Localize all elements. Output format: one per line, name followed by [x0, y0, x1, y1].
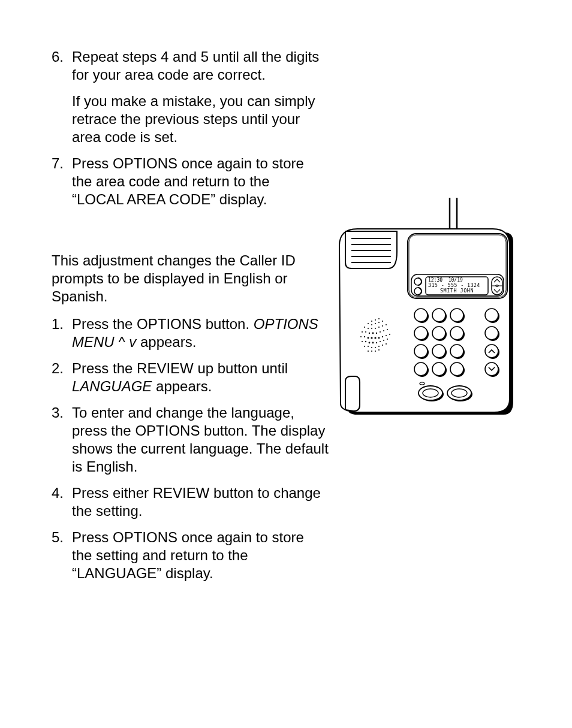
text: Press either REVIEW button to change the…: [72, 485, 321, 519]
svg-point-44: [362, 341, 363, 342]
svg-point-60: [371, 351, 372, 352]
svg-point-69: [416, 328, 429, 341]
text: Press the REVIEW up button until: [72, 360, 288, 376]
led-icon: [420, 382, 425, 385]
svg-point-19: [382, 321, 383, 322]
svg-point-24: [378, 327, 380, 328]
svg-point-35: [360, 336, 362, 337]
item-body: Repeat steps 4 and 5 until all the digit…: [72, 48, 324, 155]
svg-point-14: [378, 318, 380, 319]
svg-point-42: [386, 335, 387, 336]
svg-point-84: [432, 363, 445, 376]
svg-point-43: [389, 334, 390, 335]
svg-point-25: [382, 325, 383, 327]
svg-point-92: [485, 345, 498, 358]
svg-point-86: [450, 363, 463, 376]
svg-point-78: [432, 345, 445, 358]
list-item: 7. Press OPTIONS once again to store the…: [52, 155, 324, 217]
svg-point-98: [448, 387, 472, 401]
svg-point-52: [364, 346, 365, 347]
display-lower-bezel: [411, 274, 504, 296]
area-code-continued-list: 6. Repeat steps 4 and 5 until all the di…: [52, 48, 324, 217]
keypad-icon: [414, 309, 465, 377]
item-number: 4.: [52, 484, 72, 520]
svg-point-95: [420, 387, 444, 401]
svg-point-73: [451, 328, 465, 341]
svg-point-76: [414, 345, 428, 358]
list-item: 3. To enter and change the language, pre…: [52, 404, 331, 476]
svg-point-11: [496, 285, 499, 287]
svg-point-65: [433, 310, 447, 323]
svg-point-37: [368, 337, 369, 339]
text-column: 6. Repeat steps 4 and 5 until all the di…: [52, 48, 324, 582]
item-body: Press the REVIEW up button until LANGUAG…: [72, 360, 324, 395]
phone-body: [339, 229, 510, 412]
side-buttons: [485, 309, 499, 377]
svg-point-29: [369, 333, 370, 334]
svg-point-56: [378, 346, 380, 347]
svg-point-100: [451, 389, 467, 397]
handset-cradle-bottom: [345, 376, 360, 411]
earpiece-lines-icon: [351, 238, 391, 262]
svg-point-12: [371, 321, 372, 322]
bottom-ovals: [419, 386, 472, 401]
antenna-icon: [450, 198, 457, 231]
speaker-grille-icon: [360, 318, 390, 352]
svg-point-55: [375, 347, 376, 348]
page: 6. Repeat steps 4 and 5 until all the di…: [0, 0, 572, 728]
handset-cradle-top: [345, 231, 397, 268]
emphasis: LANGUAGE: [72, 378, 152, 394]
svg-point-80: [450, 345, 463, 358]
display-bezel: [409, 235, 506, 297]
text: appears.: [152, 378, 212, 394]
svg-point-50: [383, 340, 384, 341]
item-number: 7.: [52, 155, 72, 217]
svg-point-53: [368, 346, 369, 347]
svg-point-36: [364, 336, 365, 337]
svg-point-51: [387, 339, 388, 340]
svg-point-49: [380, 341, 381, 342]
text: appears.: [136, 334, 196, 350]
svg-point-26: [386, 324, 387, 325]
svg-point-70: [414, 327, 428, 340]
svg-point-71: [433, 328, 447, 341]
svg-point-28: [365, 331, 366, 333]
svg-point-77: [433, 346, 447, 359]
svg-point-74: [450, 327, 463, 340]
svg-point-27: [362, 331, 363, 333]
svg-point-93: [486, 364, 499, 377]
item-body: Press either REVIEW button to change the…: [72, 484, 324, 520]
svg-point-72: [432, 327, 445, 340]
svg-point-68: [450, 309, 463, 322]
svg-point-47: [372, 342, 374, 344]
svg-point-54: [371, 347, 372, 348]
svg-point-97: [423, 389, 438, 397]
text: Press the OPTIONS button.: [72, 316, 254, 332]
item-number: 1.: [52, 315, 72, 351]
svg-point-99: [447, 386, 471, 400]
svg-point-23: [375, 328, 376, 329]
svg-point-13: [375, 319, 376, 321]
svg-point-59: [368, 351, 369, 352]
list-item: 2. Press the REVIEW up button until LANG…: [52, 360, 324, 395]
svg-point-8: [414, 288, 422, 295]
item-number: 6.: [52, 48, 72, 155]
lcd-line1: 12:30 10/19: [428, 277, 463, 283]
paragraph: Press OPTIONS once again to store the ar…: [72, 155, 324, 209]
svg-point-61: [375, 351, 376, 352]
svg-point-41: [382, 336, 383, 337]
svg-point-46: [369, 342, 371, 344]
svg-point-62: [378, 349, 380, 351]
chevron-down-icon: [489, 367, 495, 370]
svg-point-94: [485, 363, 498, 376]
svg-point-21: [368, 328, 369, 329]
svg-point-63: [416, 310, 429, 323]
paragraph: Repeat steps 4 and 5 until all the digit…: [72, 48, 324, 84]
svg-point-31: [376, 333, 377, 334]
svg-point-96: [419, 386, 442, 400]
review-buttons-icon: [492, 277, 502, 295]
item-number: 3.: [52, 404, 72, 476]
svg-point-89: [486, 328, 499, 341]
paragraph: If you make a mistake, you can simply re…: [72, 92, 324, 146]
display-panel: [408, 234, 507, 298]
